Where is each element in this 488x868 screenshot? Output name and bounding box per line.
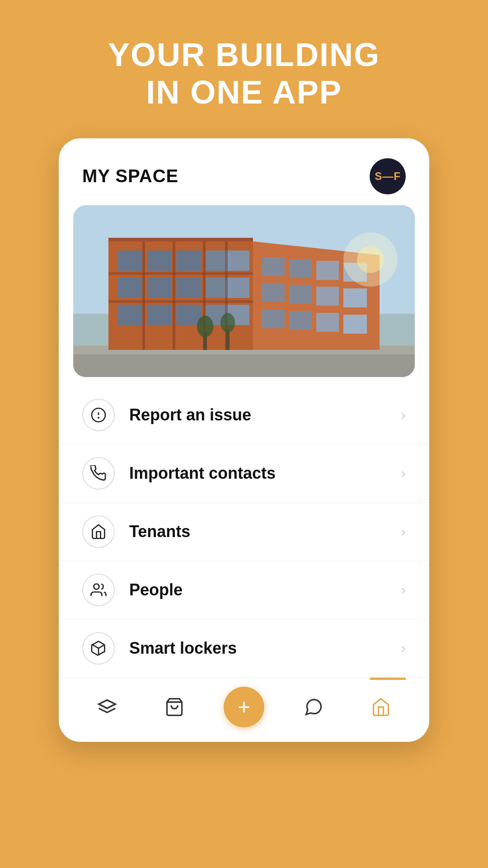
svg-rect-8 <box>147 250 172 271</box>
svg-rect-19 <box>176 305 201 325</box>
tab-shop[interactable] <box>156 689 192 725</box>
svg-marker-6 <box>108 238 253 241</box>
svg-rect-18 <box>147 305 172 325</box>
report-issue-icon-wrap <box>82 399 115 431</box>
home-outline-icon <box>90 524 107 540</box>
menu-label-important-contacts: Important contacts <box>129 464 401 483</box>
menu-list: Report an issue › Important contacts › T… <box>59 377 429 677</box>
home-tab-icon <box>371 697 391 717</box>
menu-label-report-issue: Report an issue <box>129 406 401 425</box>
avatar[interactable]: S—F <box>370 158 406 194</box>
svg-rect-31 <box>289 311 312 330</box>
svg-point-43 <box>221 313 235 333</box>
menu-item-smart-lockers[interactable]: Smart lockers › <box>59 619 429 677</box>
hero-title: YOUR BUILDING IN ONE APP <box>108 36 380 111</box>
svg-rect-39 <box>108 300 253 303</box>
important-contacts-icon-wrap <box>82 457 115 490</box>
svg-rect-28 <box>316 287 339 306</box>
svg-point-48 <box>98 417 99 418</box>
chevron-people: › <box>401 581 406 598</box>
svg-rect-3 <box>73 354 415 377</box>
svg-point-41 <box>197 316 213 337</box>
tab-home[interactable] <box>363 689 399 725</box>
tab-add-button[interactable]: + <box>224 687 264 727</box>
svg-rect-33 <box>343 315 367 334</box>
svg-rect-27 <box>289 285 312 304</box>
hero-line2: IN ONE APP <box>146 74 342 110</box>
svg-rect-29 <box>343 288 367 307</box>
svg-rect-17 <box>117 305 142 325</box>
svg-rect-22 <box>262 257 285 276</box>
alert-circle-icon <box>90 407 107 423</box>
svg-rect-9 <box>176 250 201 271</box>
svg-rect-35 <box>173 241 175 350</box>
menu-item-report-issue[interactable]: Report an issue › <box>59 386 429 444</box>
svg-point-45 <box>357 246 384 273</box>
chevron-tenants: › <box>401 523 406 540</box>
menu-item-tenants[interactable]: Tenants › <box>59 503 429 561</box>
svg-point-49 <box>94 584 99 589</box>
svg-rect-38 <box>108 272 253 275</box>
tab-menu[interactable] <box>89 689 125 725</box>
app-header: MY SPACE S—F <box>59 138 429 205</box>
svg-rect-12 <box>117 278 142 298</box>
menu-label-people: People <box>129 580 401 599</box>
menu-item-important-contacts[interactable]: Important contacts › <box>59 444 429 503</box>
phone-card: MY SPACE S—F <box>59 138 429 742</box>
smart-lockers-icon-wrap <box>82 632 115 665</box>
chevron-report-issue: › <box>401 406 406 423</box>
svg-rect-13 <box>147 278 172 298</box>
svg-rect-24 <box>316 261 339 280</box>
shopping-bag-icon <box>164 697 184 717</box>
box-icon <box>90 640 107 656</box>
menu-item-people[interactable]: People › <box>59 561 429 619</box>
chevron-important-contacts: › <box>401 465 406 481</box>
svg-rect-23 <box>289 259 312 278</box>
svg-rect-34 <box>142 241 145 350</box>
svg-rect-32 <box>316 313 339 332</box>
svg-rect-26 <box>262 283 285 302</box>
users-icon <box>90 582 107 598</box>
tab-chat[interactable] <box>296 689 332 725</box>
message-circle-icon <box>304 697 324 717</box>
layers-icon <box>97 697 117 717</box>
tab-bar: + <box>59 677 429 742</box>
svg-marker-51 <box>99 700 115 708</box>
svg-rect-16 <box>226 278 249 298</box>
phone-icon <box>90 465 107 481</box>
tenants-icon-wrap <box>82 515 115 548</box>
hero-line1: YOUR BUILDING <box>108 37 380 73</box>
svg-rect-7 <box>117 250 142 271</box>
people-icon-wrap <box>82 574 115 606</box>
building-image <box>73 205 415 377</box>
svg-rect-14 <box>176 278 201 298</box>
chevron-smart-lockers: › <box>401 640 406 656</box>
svg-rect-11 <box>226 250 249 271</box>
app-title: MY SPACE <box>82 166 178 186</box>
svg-rect-30 <box>262 309 285 328</box>
menu-label-tenants: Tenants <box>129 522 401 541</box>
menu-label-smart-lockers: Smart lockers <box>129 639 401 658</box>
